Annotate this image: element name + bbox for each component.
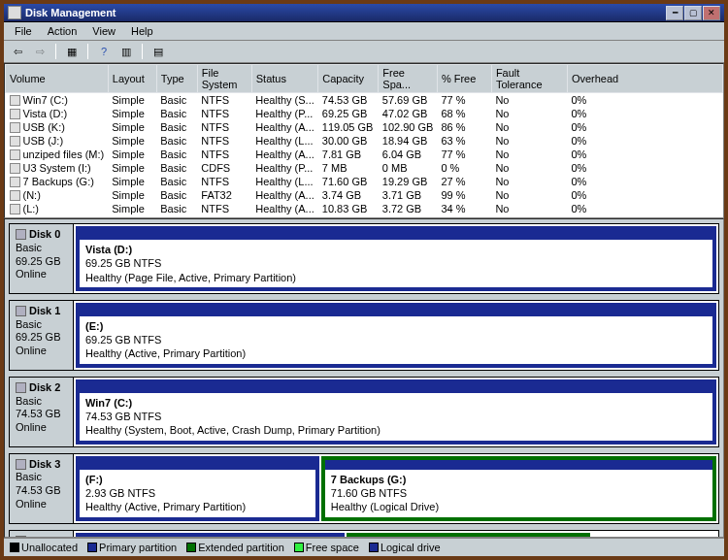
cell-oh: 0% (567, 107, 722, 120)
maximize-button[interactable]: ▢ (684, 6, 702, 20)
disk-partitions: (L:)10.83 GB NTFSHealthy (Active, Primar… (74, 531, 718, 538)
disk-block[interactable]: Disk 2Basic74.53 GBOnlineWin7 (C:)74.53 … (9, 377, 719, 447)
cell-capacity: 3.74 GB (318, 188, 379, 202)
disk-state: Online (16, 421, 67, 435)
help-button[interactable]: ? (94, 43, 114, 60)
back-button[interactable]: ⇦ (8, 43, 27, 60)
table-row[interactable]: Win7 (C:)SimpleBasicNTFSHealthy (S...74.… (6, 93, 723, 108)
volume-name: Vista (D:) (23, 108, 68, 119)
disk-block[interactable]: Disk 0Basic69.25 GBOnlineVista (D:)69.25… (9, 223, 719, 294)
close-button[interactable]: ✕ (703, 6, 720, 20)
cell-layout: Simple (108, 107, 156, 120)
col-filesystem[interactable]: File System (197, 65, 251, 93)
content-area: Volume Layout Type File System Status Ca… (4, 63, 724, 538)
col-capacity[interactable]: Capacity (318, 65, 379, 93)
disk-header[interactable]: Disk 3Basic74.53 GBOnline (10, 454, 74, 523)
disks-pane[interactable]: Disk 0Basic69.25 GBOnlineVista (D:)69.25… (4, 218, 724, 538)
cell-type: Basic (156, 188, 197, 202)
table-row[interactable]: 7 Backups (G:)SimpleBasicNTFSHealthy (L.… (6, 175, 723, 188)
partition[interactable]: 7 Backups (G:)71.60 GB NTFSHealthy (Logi… (321, 456, 716, 521)
cell-type: Basic (156, 93, 197, 108)
disk-block[interactable]: Disk 3Basic74.53 GBOnline (F:)2.93 GB NT… (9, 453, 719, 524)
partition[interactable]: unziped files (M:)7.81 GB NTFSHealthy (A… (347, 533, 590, 538)
cell-oh: 0% (567, 93, 722, 108)
disk-size: 74.53 GB (16, 484, 67, 498)
legend-item: Primary partition (87, 542, 177, 553)
col-pctfree[interactable]: % Free (437, 65, 491, 93)
col-layout[interactable]: Layout (108, 65, 156, 93)
volume-name: (L:) (23, 203, 40, 214)
disk-block[interactable]: Disk 1Basic69.25 GBOnline (E:)69.25 GB N… (9, 300, 719, 371)
disk-header[interactable]: Disk 4Basic18.65 GBOnline (10, 531, 74, 538)
refresh-button[interactable]: ▥ (116, 43, 136, 60)
col-type[interactable]: Type (156, 65, 197, 93)
disk-partitions: Win7 (C:)74.53 GB NTFSHealthy (System, B… (74, 378, 718, 446)
disk-header[interactable]: Disk 0Basic69.25 GBOnline (10, 224, 74, 293)
table-row[interactable]: unziped files (M:)SimpleBasicNTFSHealthy… (6, 148, 723, 161)
disk-icon (16, 382, 26, 393)
legend-label: Logical drive (381, 542, 441, 553)
legend-swatch (87, 543, 97, 552)
disk-state: Online (16, 498, 67, 511)
table-row[interactable]: USB (J:)SimpleBasicNTFSHealthy (L...30.0… (6, 134, 723, 148)
table-row[interactable]: (L:)SimpleBasicNTFSHealthy (A...10.83 GB… (6, 202, 723, 215)
legend-swatch (186, 543, 196, 552)
partition[interactable]: Vista (D:)69.25 GB NTFSHealthy (Page Fil… (76, 226, 716, 291)
cell-fs: NTFS (197, 202, 251, 215)
partition[interactable]: Win7 (C:)74.53 GB NTFSHealthy (System, B… (76, 379, 716, 445)
cell-free: 3.71 GB (379, 188, 438, 202)
col-overhead[interactable]: Overhead (567, 65, 722, 93)
list-button[interactable]: ▤ (149, 43, 168, 60)
cell-capacity: 71.60 GB (318, 175, 379, 188)
minimize-button[interactable]: ━ (666, 6, 683, 20)
disk-block[interactable]: Disk 4Basic18.65 GBOnline (L:)10.83 GB N… (9, 530, 719, 538)
table-row[interactable]: U3 System (I:)SimpleBasicCDFSHealthy (P.… (6, 161, 723, 175)
table-row[interactable]: (N:)SimpleBasicFAT32Healthy (A...3.74 GB… (6, 188, 723, 202)
volume-name: USB (K:) (23, 121, 65, 133)
menu-action[interactable]: Action (41, 23, 84, 39)
partition-status: Healthy (Logical Drive) (331, 500, 707, 513)
legend-item: Free space (294, 542, 359, 553)
partition-status: Healthy (Page File, Active, Primary Part… (85, 271, 707, 284)
cell-pct: 99 % (437, 188, 491, 202)
partition-title: 7 Backups (G:) (331, 473, 707, 486)
menu-file[interactable]: File (8, 23, 39, 39)
disk-type: Basic (16, 242, 67, 255)
volume-icon (10, 95, 20, 106)
cell-ft: No (491, 107, 567, 120)
cell-oh: 0% (567, 134, 722, 148)
cell-free: 0 MB (379, 161, 438, 175)
cell-type: Basic (156, 134, 197, 148)
cell-status: Healthy (P... (251, 107, 318, 120)
title-bar[interactable]: Disk Management ━ ▢ ✕ (4, 4, 724, 22)
cell-ft: No (491, 120, 567, 134)
menu-view[interactable]: View (85, 23, 122, 39)
cell-fs: NTFS (197, 175, 251, 188)
col-faulttol[interactable]: Fault Tolerance (491, 65, 567, 93)
disk-header[interactable]: Disk 2Basic74.53 GBOnline (10, 378, 74, 446)
cell-ft: No (491, 134, 567, 148)
properties-button[interactable]: ▦ (62, 43, 82, 60)
disk-header[interactable]: Disk 1Basic69.25 GBOnline (10, 301, 74, 370)
cell-oh: 0% (567, 161, 722, 175)
table-row[interactable]: USB (K:)SimpleBasicNTFSHealthy (A...119.… (6, 120, 723, 134)
volume-icon (10, 177, 20, 187)
cell-free: 6.04 GB (379, 148, 438, 161)
partition-size: 71.60 GB NTFS (331, 486, 707, 500)
table-header-row[interactable]: Volume Layout Type File System Status Ca… (6, 65, 723, 93)
cell-capacity: 74.53 GB (318, 93, 379, 108)
forward-button[interactable]: ⇨ (30, 43, 50, 60)
menu-help[interactable]: Help (124, 23, 160, 39)
partition-size: 69.25 GB NTFS (85, 333, 707, 346)
cell-free: 102.90 GB (379, 120, 438, 134)
col-freespace[interactable]: Free Spa... (379, 65, 438, 93)
partition[interactable]: (E:)69.25 GB NTFSHealthy (Active, Primar… (76, 303, 716, 368)
col-volume[interactable]: Volume (6, 65, 109, 93)
volumes-pane[interactable]: Volume Layout Type File System Status Ca… (4, 63, 724, 218)
col-status[interactable]: Status (251, 65, 318, 93)
partition[interactable]: (F:)2.93 GB NTFSHealthy (Active, Primary… (76, 456, 319, 521)
partition[interactable]: (L:)10.83 GB NTFSHealthy (Active, Primar… (76, 533, 345, 538)
legend-label: Unallocated (21, 542, 78, 553)
table-row[interactable]: Vista (D:)SimpleBasicNTFSHealthy (P...69… (6, 107, 723, 120)
cell-oh: 0% (567, 120, 722, 134)
